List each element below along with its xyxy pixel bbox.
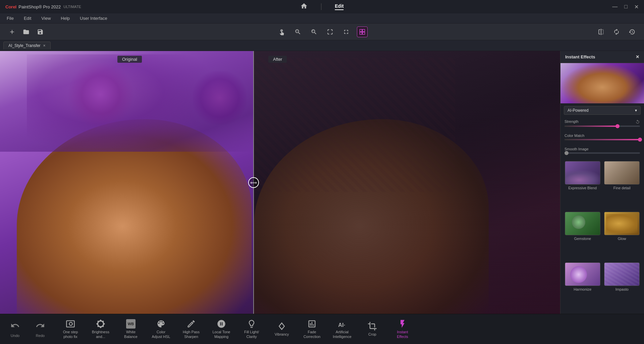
- open-file-icon: [23, 29, 30, 35]
- color-match-slider-thumb[interactable]: [638, 138, 642, 142]
- panel-preview-image: [560, 63, 644, 103]
- strength-slider-track[interactable]: [565, 126, 640, 127]
- redo-button[interactable]: Redo: [29, 316, 52, 343]
- flip-horizontal-icon: [598, 29, 604, 35]
- effect-fine-detail[interactable]: Fine detail: [603, 161, 641, 210]
- crop-button[interactable]: Crop: [357, 316, 387, 343]
- undo-button[interactable]: Undo: [3, 316, 27, 343]
- minimize-button[interactable]: —: [612, 4, 618, 10]
- one-step-photo-icon: [66, 319, 75, 329]
- effect-label-expressive-blend: Expressive Blend: [568, 186, 597, 190]
- redo-label: Redo: [36, 334, 45, 338]
- panel-close-button[interactable]: ✕: [636, 54, 639, 59]
- photo-right-after: [254, 51, 572, 314]
- undo-redo-group: Undo Redo: [3, 316, 52, 343]
- effect-thumb-gemstone: [565, 212, 600, 235]
- dropdown-label: AI-Powered: [568, 108, 589, 113]
- effect-label-glow: Glow: [618, 237, 626, 241]
- color-match-label: Color Match: [565, 134, 640, 138]
- high-pass-sharpen-button[interactable]: High PassSharpen: [176, 316, 206, 343]
- smooth-image-slider-section: Smooth Image: [560, 145, 644, 158]
- instant-effects-panel: Instant Effects ✕ AI-Powered ▾ Strength: [560, 51, 644, 314]
- reset-strength-icon[interactable]: [635, 119, 640, 124]
- tab-name: AI_Style_Transfer: [8, 43, 41, 48]
- high-pass-label: High PassSharpen: [183, 330, 200, 339]
- vibrancy-button[interactable]: Vibrancy: [267, 316, 297, 343]
- bottom-toolbar: Undo Redo One stepphoto fix Brightnessan…: [0, 314, 644, 344]
- fit-image-button[interactable]: [325, 27, 335, 37]
- flip-horizontal-button[interactable]: [596, 27, 606, 37]
- effect-glow[interactable]: Glow: [603, 212, 641, 260]
- smooth-image-slider-track[interactable]: [565, 152, 640, 154]
- edition-badge: ULTIMATE: [63, 5, 81, 9]
- white-balance-label: WhiteBalance: [124, 330, 138, 339]
- one-step-photo-button[interactable]: One stepphoto fix: [55, 316, 86, 343]
- brightness-button[interactable]: Brightnessand...: [86, 316, 116, 343]
- history-icon: [629, 29, 635, 35]
- effect-gemstone[interactable]: Gemstone: [564, 212, 601, 260]
- redo-icon: [36, 321, 45, 332]
- effect-harmonize[interactable]: Harmonize: [564, 262, 601, 311]
- save-file-button[interactable]: [35, 27, 46, 37]
- tab-bar: AI_Style_Transfer ×: [0, 40, 644, 51]
- open-file-button[interactable]: [21, 27, 32, 37]
- menu-file[interactable]: File: [7, 16, 14, 21]
- title-bar: Corel PaintShop® Pro 2022 ULTIMATE Edit …: [0, 0, 644, 13]
- title-center: Edit: [300, 2, 343, 11]
- zoom-in-button[interactable]: [309, 27, 319, 37]
- crop-icon: [368, 322, 377, 331]
- crop-label: Crop: [368, 332, 376, 337]
- svg-rect-2: [360, 32, 362, 34]
- rotate-icon: [613, 29, 620, 35]
- svg-rect-0: [360, 29, 362, 32]
- effect-impasto[interactable]: Impasto: [603, 262, 641, 311]
- effect-thumb-glow: [604, 212, 640, 235]
- close-window-button[interactable]: ✕: [634, 4, 639, 10]
- local-tone-mapping-button[interactable]: Local ToneMapping: [206, 316, 236, 343]
- actual-size-button[interactable]: [341, 27, 352, 37]
- new-file-button[interactable]: [7, 27, 17, 37]
- artificial-intelligence-button[interactable]: AI· ArtificialIntelligence: [327, 316, 357, 343]
- fade-correction-button[interactable]: FadeCorrection: [297, 316, 327, 343]
- vibrancy-label: Vibrancy: [275, 332, 289, 337]
- overlay-button[interactable]: [357, 27, 368, 37]
- split-divider: ⟺: [253, 51, 254, 314]
- ai-powered-dropdown[interactable]: AI-Powered ▾: [564, 106, 641, 115]
- menu-edit[interactable]: Edit: [24, 16, 31, 21]
- zoom-out-button[interactable]: [292, 27, 303, 37]
- rotate-button[interactable]: [611, 27, 622, 37]
- color-match-slider-track[interactable]: [565, 139, 640, 140]
- split-handle[interactable]: ⟺: [248, 177, 259, 188]
- smooth-image-slider-thumb[interactable]: [565, 151, 569, 155]
- menu-help[interactable]: Help: [61, 16, 70, 21]
- effect-expressive-blend[interactable]: Expressive Blend: [564, 161, 601, 210]
- history-button[interactable]: [627, 27, 637, 37]
- hand-icon: [278, 29, 285, 35]
- svg-rect-3: [363, 32, 365, 34]
- white-balance-button[interactable]: WB WhiteBalance: [116, 316, 146, 343]
- home-button[interactable]: [300, 2, 308, 11]
- menu-view[interactable]: View: [41, 16, 51, 21]
- tab-close-button[interactable]: ×: [43, 43, 46, 48]
- color-adjust-hsl-button[interactable]: ColorAdjust HSL: [146, 316, 176, 343]
- local-tone-icon: [217, 319, 226, 329]
- edit-mode-button[interactable]: Edit: [335, 3, 343, 10]
- maximize-button[interactable]: □: [624, 4, 628, 10]
- fill-light-icon: [247, 319, 256, 329]
- main-canvas-area: Original After ⟺ Instant Effects ✕ AI-Po…: [0, 51, 644, 314]
- active-tab[interactable]: AI_Style_Transfer ×: [3, 42, 51, 49]
- pan-tool-button[interactable]: [276, 27, 287, 37]
- undo-icon: [10, 321, 20, 332]
- high-pass-icon: [186, 319, 196, 329]
- main-toolbar: [0, 23, 644, 40]
- fill-light-button[interactable]: Fill Light/Clarity: [236, 316, 267, 343]
- color-match-slider-section: Color Match: [560, 132, 644, 145]
- effect-thumb-impasto: [604, 262, 640, 286]
- strength-slider-thumb[interactable]: [615, 124, 620, 128]
- fade-correction-icon: [307, 319, 317, 329]
- effect-thumb-fine-detail: [604, 161, 640, 185]
- brightness-icon: [96, 319, 105, 329]
- menu-user-interface[interactable]: User Interface: [80, 16, 107, 21]
- instant-effects-button[interactable]: InstantEffects: [387, 316, 418, 343]
- svg-text:AI·: AI·: [338, 322, 345, 328]
